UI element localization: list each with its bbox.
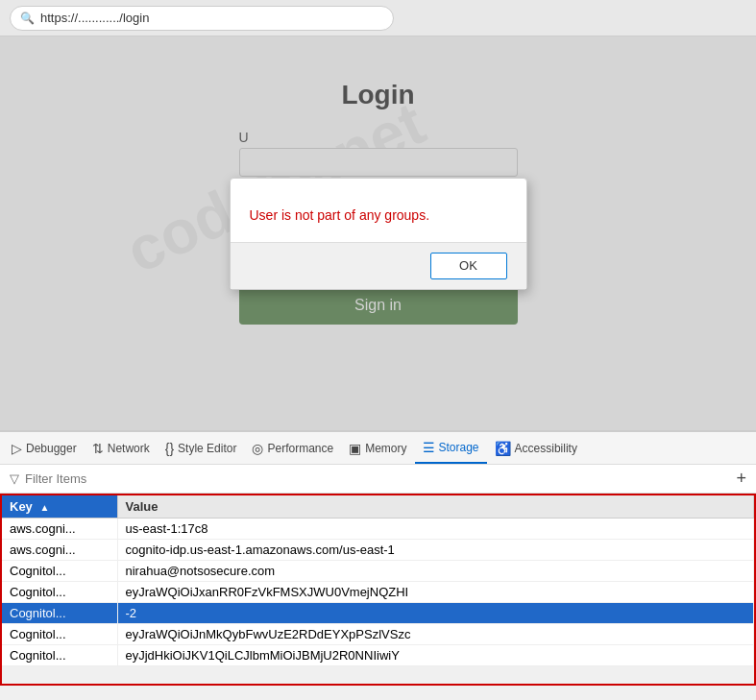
table-row[interactable]: Cognitol...-2 <box>2 603 754 624</box>
performance-label: Performance <box>267 442 333 455</box>
filter-bar: ▽ + <box>0 465 756 494</box>
storage-icon: ☰ <box>423 440 435 455</box>
add-button[interactable]: + <box>736 469 746 489</box>
sort-arrow-icon: ▲ <box>39 502 49 513</box>
memory-icon: ▣ <box>349 441 361 456</box>
cell-key: Cognitol... <box>2 582 117 603</box>
table-row[interactable]: aws.cogni...cognito-idp.us-east-1.amazon… <box>2 540 754 561</box>
tab-memory[interactable]: ▣ Memory <box>341 432 414 464</box>
cell-value: eyJjdHkiOiJKV1QiLCJlbmMiOiJBMjU2R0NNIiwi… <box>117 645 754 666</box>
table-row[interactable]: Cognitol...eyJjdHkiOiJKV1QiLCJlbmMiOiJBM… <box>2 645 754 666</box>
modal-message: User is not part of any groups. <box>231 179 526 242</box>
cell-key: Cognitol... <box>2 624 117 645</box>
accessibility-label: Accessibility <box>515 442 577 455</box>
ok-button[interactable]: OK <box>430 253 507 279</box>
style-editor-icon: {} <box>165 441 174 456</box>
memory-label: Memory <box>365 442 406 455</box>
cell-key: aws.cogni... <box>2 540 117 561</box>
table-row[interactable]: aws.cogni...us-east-1:17c8 <box>2 519 754 540</box>
devtools-toolbar: ▷ Debugger ⇅ Network {} Style Editor ◎ P… <box>0 430 756 465</box>
column-header-value[interactable]: Value <box>117 495 754 519</box>
debugger-label: Debugger <box>26 442 77 455</box>
storage-table-wrapper: Key ▲ Value aws.cogni...us-east-1:17c8aw… <box>0 494 756 686</box>
tab-network[interactable]: ⇅ Network <box>85 432 158 464</box>
page-content: codeby.net Login U P •••••••••• Sign in … <box>0 36 756 430</box>
accessibility-icon: ♿ <box>495 441 511 456</box>
address-text: https://............/login <box>40 11 149 25</box>
value-label: Value <box>126 499 159 514</box>
search-icon: 🔍 <box>20 12 35 25</box>
address-bar[interactable]: 🔍 https://............/login <box>10 6 394 31</box>
network-label: Network <box>108 442 150 455</box>
key-label: Key <box>10 499 33 514</box>
modal-dialog: User is not part of any groups. OK <box>230 178 527 290</box>
tab-debugger[interactable]: ▷ Debugger <box>4 432 85 464</box>
tab-storage[interactable]: ☰ Storage <box>415 432 487 464</box>
modal-footer: OK <box>231 242 526 289</box>
table-row[interactable]: Cognitol...nirahua@notsosecure.com <box>2 561 754 582</box>
storage-label: Storage <box>439 441 479 454</box>
browser-bar: 🔍 https://............/login <box>0 0 756 36</box>
performance-icon: ◎ <box>252 441 263 456</box>
table-row[interactable]: Cognitol...eyJraWQiOiJxanRR0FzVkFMSXJWU0… <box>2 582 754 603</box>
cell-value: nirahua@notsosecure.com <box>117 561 754 582</box>
filter-input[interactable] <box>25 471 736 486</box>
tab-performance[interactable]: ◎ Performance <box>244 432 341 464</box>
cell-value: -2 <box>117 603 754 624</box>
tab-style-editor[interactable]: {} Style Editor <box>158 432 245 464</box>
column-header-key[interactable]: Key ▲ <box>2 495 117 519</box>
table-row[interactable]: Cognitol...eyJraWQiOiJnMkQybFwvUzE2RDdEY… <box>2 624 754 645</box>
network-icon: ⇅ <box>92 441 104 456</box>
style-editor-label: Style Editor <box>178 442 236 455</box>
modal-overlay: User is not part of any groups. OK <box>0 36 756 430</box>
table-header-row: Key ▲ Value <box>2 495 754 519</box>
storage-table: Key ▲ Value aws.cogni...us-east-1:17c8aw… <box>2 495 754 666</box>
debugger-icon: ▷ <box>12 441 22 456</box>
cell-value: cognito-idp.us-east-1.amazonaws.com/us-e… <box>117 540 754 561</box>
filter-icon: ▽ <box>10 471 19 486</box>
tab-accessibility[interactable]: ♿ Accessibility <box>487 432 585 464</box>
cell-key: Cognitol... <box>2 561 117 582</box>
cell-key: Cognitol... <box>2 645 117 666</box>
cell-value: eyJraWQiOiJnMkQybFwvUzE2RDdEYXpPSzlVSzc <box>117 624 754 645</box>
cell-key: aws.cogni... <box>2 519 117 540</box>
cell-value: us-east-1:17c8 <box>117 519 754 540</box>
cell-value: eyJraWQiOiJxanRR0FzVkFMSXJWU0VmejNQZHI <box>117 582 754 603</box>
cell-key: Cognitol... <box>2 603 117 624</box>
